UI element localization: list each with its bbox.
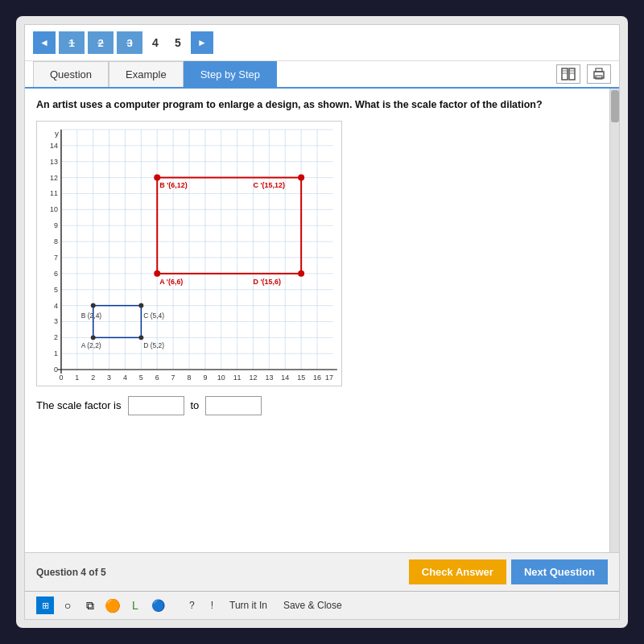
app-icon-green[interactable]: L (126, 597, 144, 614)
svg-text:8: 8 (188, 374, 192, 382)
svg-text:A '(6,6): A '(6,6) (159, 277, 183, 285)
nav-num-3[interactable]: 3 (117, 31, 142, 54)
coordinate-graph: 0 1 2 3 4 5 6 7 8 9 10 11 12 (37, 122, 341, 386)
question-count: Question 4 of 5 (36, 567, 106, 578)
svg-text:12: 12 (50, 173, 58, 181)
print-icon-btn[interactable] (587, 64, 611, 84)
svg-text:1: 1 (54, 349, 58, 357)
scale-factor-input1[interactable] (128, 396, 184, 415)
nav-num-4[interactable]: 4 (146, 31, 165, 54)
nav-num-2[interactable]: 2 (88, 31, 114, 54)
svg-text:17: 17 (325, 374, 333, 382)
search-circle-icon[interactable]: ○ (59, 597, 76, 614)
footer-buttons: Check Answer Next Question (409, 559, 608, 584)
svg-text:14: 14 (281, 374, 289, 382)
svg-text:3: 3 (54, 317, 58, 325)
svg-text:13: 13 (50, 157, 58, 165)
taskbar-exclamation[interactable]: ! (211, 600, 213, 611)
tab-bar: Question Example Step by Step (25, 61, 619, 89)
nav-num-1[interactable]: 1 (59, 31, 85, 54)
svg-text:C (5,4): C (5,4) (143, 311, 164, 319)
tab-question[interactable]: Question (33, 61, 109, 87)
taskbar-question-mark[interactable]: ? (189, 600, 195, 611)
svg-text:10: 10 (50, 205, 58, 213)
svg-text:9: 9 (203, 374, 207, 382)
tab-icons (556, 64, 611, 84)
svg-text:A (2,2): A (2,2) (81, 341, 101, 349)
svg-point-92 (298, 270, 304, 276)
content-area: An artist uses a computer program to enl… (25, 89, 619, 552)
taskbar-save-close[interactable]: Save & Close (283, 600, 342, 611)
svg-text:y: y (55, 128, 59, 137)
book-icon-btn[interactable] (556, 64, 580, 84)
svg-text:0: 0 (54, 365, 58, 374)
svg-text:9: 9 (54, 221, 58, 229)
next-question-button[interactable]: Next Question (511, 559, 608, 584)
svg-point-80 (91, 335, 96, 340)
svg-point-89 (154, 270, 160, 276)
svg-text:7: 7 (54, 253, 58, 261)
svg-text:12: 12 (250, 374, 258, 382)
check-answer-button[interactable]: Check Answer (409, 559, 506, 584)
taskview-icon[interactable]: ⧉ (81, 597, 99, 614)
taskbar: ⊞ ○ ⧉ 🟠 L 🔵 ? ! Turn it In Save & Close (25, 591, 619, 619)
svg-text:16: 16 (313, 374, 321, 382)
svg-text:C '(15,12): C '(15,12) (254, 181, 285, 189)
to-label: to (191, 399, 200, 411)
svg-rect-8 (596, 76, 602, 79)
svg-point-83 (138, 335, 143, 340)
svg-text:6: 6 (54, 269, 58, 277)
taskbar-system-icons: ⊞ ○ ⧉ 🟠 L 🔵 (36, 597, 167, 614)
svg-text:14: 14 (50, 141, 58, 149)
svg-text:D (5,2): D (5,2) (143, 341, 164, 349)
svg-text:15: 15 (297, 374, 305, 382)
graph-container: 0 1 2 3 4 5 6 7 8 9 10 11 12 (36, 121, 342, 386)
svg-text:13: 13 (265, 374, 273, 382)
scrollbar-thumb[interactable] (611, 90, 619, 122)
svg-point-82 (138, 303, 143, 308)
navigation-row: ◄ 1 2 3 4 5 ► (25, 25, 619, 61)
next-arrow-btn[interactable]: ► (191, 31, 213, 54)
svg-point-81 (91, 303, 96, 308)
app-icon-red[interactable]: 🟠 (104, 597, 122, 614)
svg-text:D '(15,6): D '(15,6) (254, 277, 281, 285)
svg-text:8: 8 (54, 237, 58, 246)
question-text: An artist uses a computer program to enl… (36, 98, 603, 113)
svg-point-90 (154, 174, 160, 180)
prev-arrow-btn[interactable]: ◄ (33, 31, 56, 54)
svg-text:B '(6,12): B '(6,12) (159, 181, 187, 189)
scale-factor-input2[interactable] (205, 396, 262, 415)
app-icon-blue[interactable]: 🔵 (149, 597, 167, 614)
svg-text:5: 5 (54, 285, 58, 293)
svg-text:11: 11 (233, 374, 242, 382)
taskbar-turn-it-in[interactable]: Turn it In (229, 600, 267, 611)
svg-text:11: 11 (50, 189, 58, 197)
svg-text:4: 4 (123, 374, 127, 382)
footer-bar: Question 4 of 5 Check Answer Next Questi… (25, 552, 619, 591)
svg-rect-7 (596, 68, 602, 72)
svg-point-91 (298, 174, 304, 180)
answer-row: The scale factor is to (36, 396, 603, 415)
nav-num-5[interactable]: 5 (168, 31, 188, 54)
svg-text:5: 5 (139, 374, 143, 382)
windows-icon[interactable]: ⊞ (36, 597, 54, 614)
svg-text:4: 4 (54, 301, 58, 309)
svg-text:10: 10 (217, 374, 225, 382)
scale-factor-label: The scale factor is (36, 399, 122, 411)
svg-text:7: 7 (171, 374, 175, 382)
tab-example[interactable]: Example (109, 61, 184, 87)
svg-text:2: 2 (91, 374, 95, 382)
printer-icon (592, 68, 606, 80)
svg-text:B (2,4): B (2,4) (81, 311, 102, 319)
svg-text:2: 2 (54, 333, 58, 341)
svg-rect-0 (562, 68, 568, 80)
book-icon (561, 68, 576, 80)
svg-text:0: 0 (59, 374, 63, 382)
svg-rect-1 (569, 68, 575, 80)
svg-text:1: 1 (75, 374, 79, 382)
scrollbar[interactable] (609, 89, 619, 552)
svg-text:3: 3 (107, 374, 111, 382)
svg-text:6: 6 (155, 374, 159, 382)
tab-step-by-step[interactable]: Step by Step (184, 61, 277, 87)
